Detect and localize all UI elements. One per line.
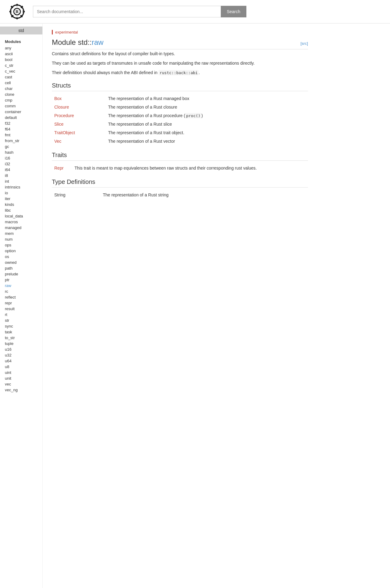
trait-link-Repr[interactable]: Repr: [52, 164, 70, 172]
sidebar-item-raw[interactable]: raw: [0, 283, 42, 289]
sidebar-item-f64[interactable]: f64: [0, 126, 42, 132]
sidebar-item-comm[interactable]: comm: [0, 103, 42, 109]
sidebar-item-int[interactable]: int: [0, 178, 42, 184]
typedef-link-String[interactable]: String: [52, 191, 98, 199]
sidebar-item-intrinsics[interactable]: intrinsics: [0, 184, 42, 190]
sidebar-title: std: [18, 28, 24, 33]
sidebar-item-path[interactable]: path: [0, 265, 42, 271]
logo-area: R: [5, 2, 29, 21]
sidebar-item-reflect[interactable]: reflect: [0, 294, 42, 300]
struct-link-Box[interactable]: Box: [52, 94, 103, 103]
sidebar-item-num[interactable]: num: [0, 236, 42, 242]
sidebar-item-ptr[interactable]: ptr: [0, 277, 42, 283]
sidebar-item-unit[interactable]: unit: [0, 375, 42, 381]
sidebar-item-sync[interactable]: sync: [0, 323, 42, 329]
struct-link-Vec[interactable]: Vec: [52, 137, 103, 145]
experimental-badge: experimental: [52, 30, 78, 34]
sidebar-item-iter[interactable]: iter: [0, 196, 42, 202]
sidebar-item-io[interactable]: io: [0, 190, 42, 196]
sidebar-item-cmp[interactable]: cmp: [0, 97, 42, 103]
sidebar-item-any[interactable]: any: [0, 45, 42, 51]
sidebar-item-cell[interactable]: cell: [0, 80, 42, 86]
struct-desc-TraitObject: The representation of a Rust trait objec…: [103, 128, 308, 137]
page-header: R Search: [0, 0, 390, 23]
sidebar-item-prelude[interactable]: prelude: [0, 271, 42, 277]
main-content: experimental Module std::raw [src] Conta…: [43, 23, 317, 588]
module-name: raw: [92, 38, 104, 46]
sidebar-item-hash[interactable]: hash: [0, 149, 42, 155]
sidebar-item-u32[interactable]: u32: [0, 352, 42, 358]
search-input[interactable]: [33, 6, 221, 17]
sidebar-title-box: std: [0, 27, 42, 34]
sidebar-item-i16[interactable]: i16: [0, 155, 42, 161]
sidebar-item-kinds[interactable]: kinds: [0, 202, 42, 207]
sidebar-item-c_vec[interactable]: c_vec: [0, 68, 42, 74]
sidebar-item-repr[interactable]: repr: [0, 300, 42, 306]
sidebar-item-libc[interactable]: libc: [0, 207, 42, 213]
sidebar-item-vec[interactable]: vec: [0, 381, 42, 387]
table-row: Procedure The representation of a Rust p…: [52, 111, 308, 120]
sidebar-item-i64[interactable]: i64: [0, 167, 42, 173]
sidebar-item-ops[interactable]: ops: [0, 242, 42, 248]
typedef-desc-String: The representation of a Rust string: [98, 191, 308, 199]
table-row: Repr This trait is meant to map equivale…: [52, 164, 308, 172]
sidebar-item-owned[interactable]: owned: [0, 260, 42, 265]
sidebar-section-label: Modules: [0, 38, 42, 45]
table-row: TraitObject The representation of a Rust…: [52, 128, 308, 137]
struct-link-TraitObject[interactable]: TraitObject: [52, 128, 103, 137]
sidebar: std Modules anyasciiboolc_strc_veccastce…: [0, 23, 43, 588]
struct-link-Procedure[interactable]: Procedure: [52, 111, 103, 120]
sidebar-item-i8[interactable]: i8: [0, 173, 42, 178]
sidebar-item-from_str[interactable]: from_str: [0, 138, 42, 144]
table-row: Closure The representation of a Rust clo…: [52, 103, 308, 111]
search-button[interactable]: Search: [221, 6, 246, 17]
sidebar-item-clone[interactable]: clone: [0, 91, 42, 97]
type-defs-heading: Type Definitions: [52, 178, 308, 188]
src-link[interactable]: [src]: [300, 41, 308, 46]
sidebar-item-bool[interactable]: bool: [0, 57, 42, 63]
struct-link-Slice[interactable]: Slice: [52, 120, 103, 128]
sidebar-items-container: anyasciiboolc_strc_veccastcellcharclonec…: [0, 45, 42, 393]
sidebar-item-vec_ng[interactable]: vec_ng: [0, 387, 42, 393]
table-row: Box The representation of a Rust managed…: [52, 94, 308, 103]
sidebar-item-fmt[interactable]: fmt: [0, 132, 42, 138]
struct-desc-Procedure: The representation of a Rust procedure (…: [103, 111, 308, 120]
structs-table: Box The representation of a Rust managed…: [52, 94, 308, 145]
sidebar-item-default[interactable]: default: [0, 115, 42, 120]
sidebar-item-uint[interactable]: uint: [0, 370, 42, 375]
sidebar-item-option[interactable]: option: [0, 248, 42, 254]
struct-desc-Closure: The representation of a Rust closure: [103, 103, 308, 111]
sidebar-item-rc[interactable]: rc: [0, 289, 42, 294]
sidebar-item-rt[interactable]: rt: [0, 312, 42, 317]
sidebar-item-ascii[interactable]: ascii: [0, 51, 42, 57]
sidebar-item-char[interactable]: char: [0, 86, 42, 91]
table-row: Slice The representation of a Rust slice: [52, 120, 308, 128]
trait-desc-Repr: This trait is meant to map equivalences …: [70, 164, 308, 172]
sidebar-item-u16[interactable]: u16: [0, 346, 42, 352]
traits-table: Repr This trait is meant to map equivale…: [52, 164, 308, 172]
sidebar-item-os[interactable]: os: [0, 254, 42, 260]
sidebar-item-i32[interactable]: i32: [0, 161, 42, 167]
sidebar-item-container[interactable]: container: [0, 109, 42, 115]
sidebar-item-str[interactable]: str: [0, 317, 42, 323]
sidebar-item-tuple[interactable]: tuple: [0, 341, 42, 346]
sidebar-item-result[interactable]: result: [0, 306, 42, 312]
sidebar-item-cast[interactable]: cast: [0, 74, 42, 80]
sidebar-item-macros[interactable]: macros: [0, 219, 42, 225]
struct-desc-Box: The representation of a Rust managed box: [103, 94, 308, 103]
sidebar-item-mem[interactable]: mem: [0, 231, 42, 236]
svg-point-14: [22, 11, 23, 12]
sidebar-item-task[interactable]: task: [0, 329, 42, 335]
search-area: Search: [33, 6, 246, 17]
sidebar-item-u8[interactable]: u8: [0, 364, 42, 370]
sidebar-item-local_data[interactable]: local_data: [0, 213, 42, 219]
sidebar-item-f32[interactable]: f32: [0, 120, 42, 126]
main-layout: std Modules anyasciiboolc_strc_veccastce…: [0, 23, 390, 588]
sidebar-item-to_str[interactable]: to_str: [0, 335, 42, 341]
sidebar-item-c_str[interactable]: c_str: [0, 63, 42, 68]
sidebar-item-u64[interactable]: u64: [0, 358, 42, 364]
svg-point-11: [16, 5, 18, 7]
sidebar-item-managed[interactable]: managed: [0, 225, 42, 231]
struct-link-Closure[interactable]: Closure: [52, 103, 103, 111]
sidebar-item-gc[interactable]: gc: [0, 144, 42, 149]
